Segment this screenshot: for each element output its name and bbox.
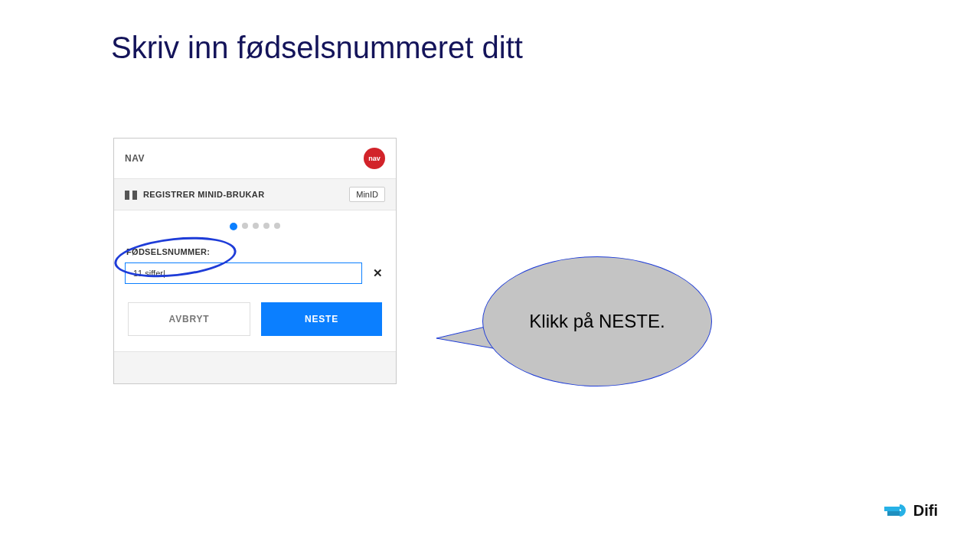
slide-title: Skriv inn fødselsnummeret ditt xyxy=(111,31,523,65)
progress-dot-3 xyxy=(253,223,259,229)
field-area: FØDSELSNUMMER: ✕ xyxy=(125,247,385,284)
progress-dot-5 xyxy=(274,223,280,229)
cancel-button[interactable]: AVBRYT xyxy=(128,302,250,336)
subheader-left: REGISTRER MINID-BRUKAR xyxy=(125,189,265,200)
callout: Klikk på NESTE. xyxy=(436,256,727,394)
card-footer xyxy=(114,351,396,383)
callout-text: Klikk på NESTE. xyxy=(529,311,665,333)
minid-badge: MinID xyxy=(349,187,385,202)
progress-dot-2 xyxy=(242,223,248,229)
clear-input-icon[interactable]: ✕ xyxy=(370,266,385,280)
difi-mark-icon xyxy=(883,500,906,520)
card-body: FØDSELSNUMMER: ✕ AVBRYT NESTE xyxy=(114,210,396,351)
nav-logo-icon: nav xyxy=(364,148,385,169)
progress-dot-1 xyxy=(230,223,237,230)
difi-text: Difi xyxy=(913,502,938,520)
button-row: AVBRYT NESTE xyxy=(125,302,385,336)
progress-dots xyxy=(125,223,385,230)
subheader-title: REGISTRER MINID-BRUKAR xyxy=(143,190,265,199)
difi-logo: Difi xyxy=(883,500,938,520)
input-row: ✕ xyxy=(125,262,385,284)
login-card: NAV nav REGISTRER MINID-BRUKAR MinID FØD… xyxy=(113,138,397,384)
nav-label: NAV xyxy=(125,153,145,164)
card-subheader: REGISTRER MINID-BRUKAR MinID xyxy=(114,179,396,210)
callout-bubble: Klikk på NESTE. xyxy=(482,256,712,386)
next-button[interactable]: NESTE xyxy=(261,302,382,336)
castle-icon xyxy=(125,189,137,200)
fodselsnummer-input[interactable] xyxy=(125,262,362,284)
progress-dot-4 xyxy=(263,223,270,229)
card-header: NAV nav xyxy=(114,139,396,179)
fodselsnummer-label: FØDSELSNUMMER: xyxy=(125,247,385,256)
